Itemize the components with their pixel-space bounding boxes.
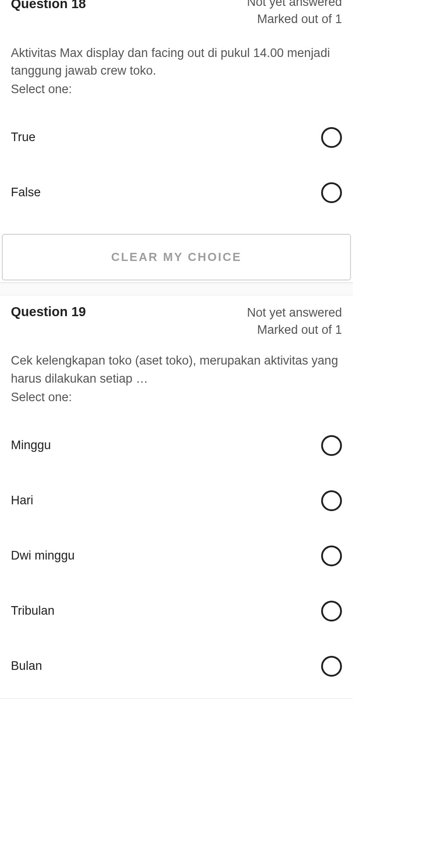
option-label: True [11, 130, 36, 144]
question-status: Not yet answered [247, 304, 342, 322]
clear-my-choice-button[interactable]: CLEAR MY CHOICE [2, 234, 351, 280]
option-label: Tribulan [11, 604, 55, 618]
radio-icon [321, 601, 342, 621]
select-one-label: Select one: [11, 82, 342, 96]
option-bulan[interactable]: Bulan [11, 639, 342, 694]
option-label: False [11, 185, 41, 199]
clear-button-wrap: CLEAR MY CHOICE [0, 225, 353, 282]
question-status: Not yet answered [247, 0, 342, 11]
options-list: Minggu Hari Dwi minggu Tribulan Bulan [11, 418, 342, 694]
question-header: Question 18 Not yet answered Marked out … [0, 0, 353, 31]
select-one-label: Select one: [11, 390, 342, 404]
radio-icon [321, 545, 342, 566]
question-marks: Marked out of 1 [247, 322, 342, 339]
radio-icon [321, 435, 342, 456]
question-meta: Not yet answered Marked out of 1 [247, 304, 342, 339]
question-body: Aktivitas Max display dan facing out di … [0, 31, 353, 225]
question-card-19: Question 19 Not yet answered Marked out … [0, 295, 353, 699]
options-list: True False [11, 110, 342, 220]
question-title: Question 19 [11, 304, 86, 319]
radio-icon [321, 490, 342, 511]
option-dwi-minggu[interactable]: Dwi minggu [11, 528, 342, 583]
option-true[interactable]: True [11, 110, 342, 165]
card-gap [0, 283, 353, 295]
question-body: Cek kelengkapan toko (aset toko), merupa… [0, 338, 353, 698]
question-card-18: Question 18 Not yet answered Marked out … [0, 0, 353, 283]
radio-icon [321, 656, 342, 677]
question-prompt: Aktivitas Max display dan facing out di … [11, 44, 342, 80]
question-prompt: Cek kelengkapan toko (aset toko), merupa… [11, 352, 342, 387]
option-minggu[interactable]: Minggu [11, 418, 342, 473]
radio-icon [321, 127, 342, 148]
option-false[interactable]: False [11, 165, 342, 220]
option-label: Bulan [11, 659, 42, 673]
question-marks: Marked out of 1 [247, 11, 342, 28]
question-meta: Not yet answered Marked out of 1 [247, 0, 342, 28]
option-label: Dwi minggu [11, 549, 75, 563]
question-title: Question 18 [11, 0, 86, 11]
option-tribulan[interactable]: Tribulan [11, 583, 342, 639]
radio-icon [321, 182, 342, 203]
option-hari[interactable]: Hari [11, 473, 342, 528]
option-label: Hari [11, 493, 33, 508]
question-header: Question 19 Not yet answered Marked out … [0, 295, 353, 339]
option-label: Minggu [11, 438, 51, 452]
